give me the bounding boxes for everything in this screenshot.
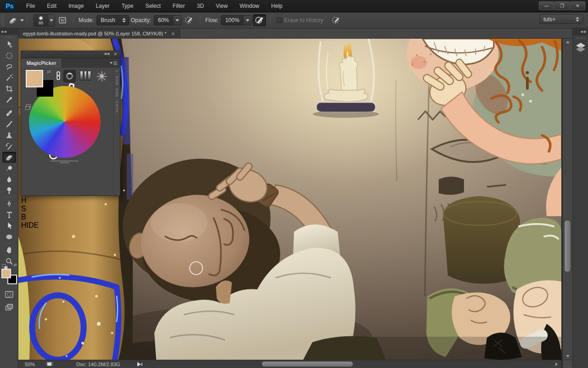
panel-collapse-icon[interactable]: ◀◀ [104,52,110,56]
zoom-level[interactable]: 50% [25,362,35,367]
flow-caret[interactable] [243,16,252,25]
tool-type[interactable] [2,209,16,220]
picker-swap-icon[interactable]: ⇄ [47,69,51,74]
opacity-select[interactable]: 60% [154,15,182,25]
tool-lasso[interactable] [2,61,16,72]
menu-file[interactable]: File [20,0,41,12]
airbrush-button[interactable] [253,14,266,26]
airbrush-icon [254,16,265,25]
tab-close-icon[interactable]: ✕ [171,31,175,36]
chevrons-icon[interactable]: » [113,69,120,73]
tool-path-select[interactable] [2,220,16,231]
scroll-right-icon[interactable] [555,362,558,366]
link-icon[interactable] [56,71,61,82]
preview-thumbnail-button[interactable] [45,361,54,367]
tool-healing-brush[interactable] [2,108,16,119]
horizontal-scrollbar[interactable] [140,361,558,368]
menu-window[interactable]: Window [234,0,266,12]
pressure-size-button[interactable] [330,14,343,26]
tool-blur[interactable] [2,174,16,185]
panel-menu-icon[interactable] [110,61,117,65]
screen-mode-button[interactable] [2,302,16,313]
tool-eyedropper[interactable] [2,94,16,105]
wheel-mode-button[interactable] [63,70,76,82]
workspace-value: tuts+ [543,16,555,23]
brightness-slider-label: B [21,213,26,221]
workspace-select[interactable]: tuts+ [539,14,583,24]
menu-filter[interactable]: Filter [167,0,191,12]
mode-rgb[interactable]: RGB [115,76,119,85]
menu-3d[interactable]: 3D [191,0,209,12]
swap-colors-icon[interactable]: ⇄ [13,263,17,267]
tool-pen[interactable] [2,198,16,209]
hue-wheel[interactable] [29,86,101,158]
tool-crop[interactable] [2,83,16,94]
vertical-scrollbar[interactable] [562,39,572,360]
minimize-button[interactable]: — [539,1,554,10]
tool-magic-wand[interactable] [2,72,16,83]
photoshop-logo: Ps [4,1,16,11]
document-size-info: Doc: 140.2M/2.83G [76,362,120,367]
menu-type[interactable]: Type [115,0,139,12]
tools-panel: ▶▶ ⇄ [0,29,18,368]
tool-move[interactable] [2,39,16,50]
status-bar: 50% Doc: 140.2M/2.83G [18,360,561,368]
menu-help[interactable]: Help [265,0,288,12]
tool-history-brush[interactable] [2,141,16,152]
updown-icon [122,18,126,23]
menu-edit[interactable]: Edit [41,0,62,12]
vertical-scroll-thumb[interactable] [564,220,571,272]
tool-shape-ellipse[interactable] [2,231,16,242]
menu-image[interactable]: Image [62,0,90,12]
bars-mode-icon[interactable] [80,71,91,81]
settings-sun-icon[interactable] [97,71,107,81]
pressure-opacity-button[interactable] [183,14,196,26]
document-tab[interactable]: egypt-tomb-illustration-ready.psd @ 50% … [18,29,180,39]
panel-close-icon[interactable]: ✕ [113,52,117,57]
hide-sliders-control[interactable]: HIDE [21,221,120,230]
eraser-tool-preset[interactable] [8,16,24,25]
scroll-left-icon[interactable] [140,362,142,366]
layers-panel-button[interactable] [574,40,588,54]
mode-hsb[interactable]: HSB [115,88,119,97]
tool-paint-bucket[interactable] [2,163,16,174]
saturation-slider-row: S [21,205,121,213]
mode-select[interactable]: Brush [96,15,129,25]
eraser-icon [8,16,18,25]
magicpicker-tab[interactable]: MagicPicker [21,58,62,68]
tool-options-bar: 80 Mode: Brush Opacity: 60% Flow: 100% [0,12,588,29]
erase-to-history-checkbox[interactable] [277,17,282,23]
scroll-up-icon[interactable] [566,41,570,43]
tool-hand[interactable] [2,245,16,256]
updown-icon [576,17,579,22]
brush-preset-picker[interactable]: 80 [34,14,55,27]
dock-collapse-icon[interactable]: ◀◀ [573,29,588,35]
brush-picker-caret[interactable] [48,15,55,26]
foreground-color-swatch[interactable] [1,269,11,278]
dock-grip [576,37,585,39]
menu-select[interactable]: Select [139,0,166,12]
toggle-brush-panel-button[interactable] [56,14,69,26]
tool-dodge[interactable] [2,185,16,196]
flow-select[interactable]: 100% [221,15,252,25]
picker-foreground-swatch[interactable] [26,70,43,87]
horizontal-scroll-thumb[interactable] [261,361,353,367]
menu-layer[interactable]: Layer [90,0,115,12]
tool-clone-stamp[interactable] [2,130,16,141]
quick-mask-button[interactable] [2,289,16,300]
options-grip [1,14,4,26]
brush-tip-icon [39,16,43,20]
mode-cmyk[interactable]: CMYK [115,101,119,113]
close-button[interactable]: ✕ [570,1,585,10]
tool-eraser[interactable] [2,152,16,163]
tool-brush[interactable] [2,119,16,130]
picker-copy-icon[interactable] [26,104,31,108]
restore-button[interactable]: ❐ [554,1,570,10]
menu-view[interactable]: View [210,0,234,12]
magicpicker-header[interactable]: ◀◀ ✕ [21,51,120,58]
opacity-caret[interactable] [173,16,181,25]
tool-marquee[interactable] [2,50,16,61]
tools-collapse-icon[interactable]: ▶▶ [0,29,18,35]
scroll-down-icon[interactable] [566,355,570,357]
pressure-size-icon [331,16,341,25]
